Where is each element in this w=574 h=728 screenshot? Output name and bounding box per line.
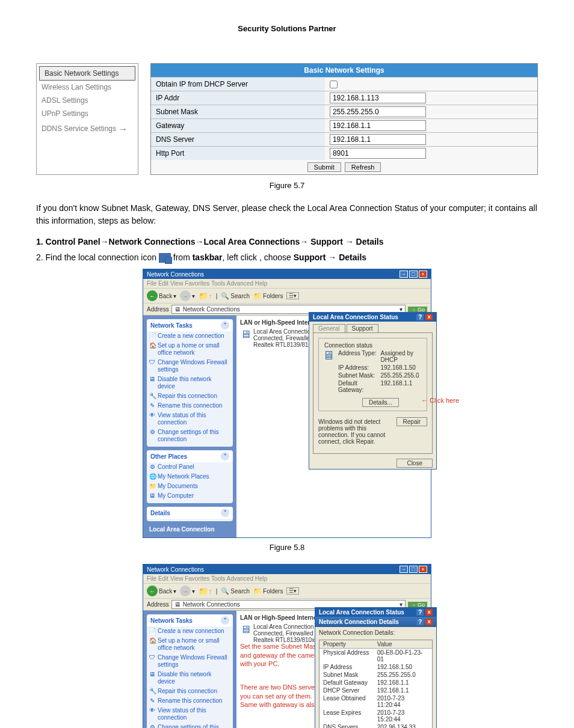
help-icon[interactable]: ? bbox=[416, 609, 424, 616]
sidebar-item[interactable]: ✎Rename this connection bbox=[147, 401, 233, 411]
dialog-tabs: General Support bbox=[309, 322, 436, 332]
minimize-icon[interactable]: − bbox=[400, 271, 408, 278]
close-icon[interactable]: × bbox=[425, 619, 433, 625]
dialog-title: Local Area Connection Status bbox=[319, 609, 404, 616]
view-icon[interactable]: ☰▾ bbox=[286, 292, 299, 299]
forward-button[interactable]: → ▾ bbox=[180, 586, 195, 596]
sidebar-item[interactable]: 👁View status of this connection bbox=[147, 706, 233, 723]
sidebar-item[interactable]: 🛡Change Windows Firewall settings bbox=[147, 653, 233, 670]
subnet-input[interactable] bbox=[330, 106, 426, 117]
sidebar-item[interactable]: ⚙Change settings of this connection bbox=[147, 723, 233, 728]
kv-label: Address Type: bbox=[338, 350, 381, 363]
sidebar-item[interactable]: 🖥Disable this network device bbox=[147, 670, 233, 687]
sidebar-item[interactable]: 🏠Set up a home or small office network bbox=[147, 341, 233, 358]
minimize-icon[interactable]: − bbox=[400, 566, 408, 573]
arrow-icon: → bbox=[345, 237, 354, 246]
search-button[interactable]: 🔍 Search bbox=[221, 292, 250, 300]
close-button[interactable]: Close bbox=[397, 459, 433, 468]
window-titlebar: Network Connections − □ × bbox=[143, 269, 431, 279]
sidenav-item-wireless[interactable]: Wireless Lan Settings bbox=[37, 81, 138, 94]
up-icon[interactable]: 📁↑ bbox=[199, 587, 212, 596]
list-val: 2010-7-23 11:20:44 bbox=[374, 694, 432, 709]
sidebar-item[interactable]: 🖥My Computer bbox=[147, 491, 233, 501]
back-icon: ← bbox=[147, 586, 158, 596]
sidebar-item[interactable]: 📁My Documents bbox=[147, 482, 233, 491]
sidenav-item-ddns[interactable]: DDNS Service Settings → bbox=[37, 120, 138, 136]
dhcp-checkbox[interactable] bbox=[330, 81, 338, 88]
view-icon[interactable]: ☰▾ bbox=[286, 587, 299, 595]
menubar[interactable]: File Edit View Favorites Tools Advanced … bbox=[143, 279, 431, 288]
go-button[interactable]: → Go bbox=[408, 602, 427, 608]
documents-icon: 📁 bbox=[149, 483, 155, 490]
back-button[interactable]: ← Back ▾ bbox=[147, 290, 176, 301]
sidebar-item[interactable]: 👁View status of this connection bbox=[147, 411, 233, 427]
up-icon[interactable]: 📁↑ bbox=[199, 292, 212, 301]
help-icon[interactable]: ? bbox=[416, 314, 424, 320]
repair-button[interactable]: Repair bbox=[397, 417, 427, 426]
sidebar-item[interactable]: 🛡Change Windows Firewall settings bbox=[147, 358, 233, 375]
forward-icon: → bbox=[180, 290, 191, 301]
details-header[interactable]: Details˅ bbox=[147, 507, 233, 519]
basic-network-table: Basic Network Settings Obtain IP from DH… bbox=[150, 63, 538, 175]
sidebar-item[interactable]: ⚙Change settings of this connection bbox=[147, 427, 233, 444]
sidebar-item[interactable]: ✎Rename this connection bbox=[147, 696, 233, 706]
close-icon[interactable]: × bbox=[419, 271, 427, 278]
search-icon: 🔍 bbox=[221, 292, 229, 300]
forward-button[interactable]: → ▾ bbox=[180, 290, 195, 301]
sidenav-item-adsl[interactable]: ADSL Settings bbox=[37, 94, 138, 107]
refresh-button[interactable]: Refresh bbox=[345, 162, 381, 172]
folders-button[interactable]: 📁 Folders bbox=[253, 292, 283, 300]
toolbar: ← Back ▾ → ▾ 📁↑ | 🔍 Search 📁 Folders ☰▾ bbox=[143, 288, 431, 304]
network-places-icon: 🌐 bbox=[149, 473, 155, 480]
warning-text: Windows did not detect problems with thi… bbox=[318, 418, 392, 445]
kv-label: IP Address: bbox=[338, 364, 381, 371]
sidenav-item-upnp[interactable]: UPnP Settings bbox=[37, 107, 138, 120]
sidebar-item[interactable]: 🏠Set up a home or small office network bbox=[147, 636, 233, 653]
submit-button[interactable]: Submit bbox=[307, 162, 341, 172]
sidebar-item[interactable]: 🔧Repair this connection bbox=[147, 687, 233, 696]
sidebar-item[interactable]: 🔧Repair this connection bbox=[147, 391, 233, 401]
maximize-icon[interactable]: □ bbox=[409, 566, 418, 573]
back-button[interactable]: ← Back ▾ bbox=[147, 586, 176, 596]
details-button[interactable]: Details... bbox=[362, 398, 399, 407]
tab-support[interactable]: Support bbox=[347, 324, 378, 332]
instruction-paragraph: If you don't know Subnet Mask, Gateway, … bbox=[36, 202, 538, 227]
list-heading: Network Connection Details: bbox=[315, 627, 436, 636]
network-tasks-header[interactable]: Network Tasks˄ bbox=[147, 319, 233, 331]
kv-value: 255.255.255.0 bbox=[381, 372, 424, 379]
list-key: Default Gateway bbox=[319, 679, 374, 687]
network-tasks-header[interactable]: Network Tasks˄ bbox=[147, 614, 233, 626]
search-button[interactable]: 🔍 Search bbox=[221, 587, 250, 595]
list-val: 192.168.1.1 bbox=[374, 679, 432, 687]
sidebar-item[interactable]: 📄Create a new connection bbox=[147, 626, 233, 636]
list-key: Subnet Mask bbox=[319, 671, 374, 679]
tab-general[interactable]: General bbox=[313, 324, 345, 332]
folders-icon: 📁 bbox=[253, 292, 262, 300]
explorer-sidebar: Network Tasks˄ 📄Create a new connection … bbox=[143, 611, 236, 728]
close-icon[interactable]: × bbox=[425, 314, 433, 320]
sidebar-item[interactable]: ⚙Control Panel bbox=[147, 462, 233, 472]
rename-icon: ✎ bbox=[149, 402, 155, 409]
settings-sidenav: Basic Network Settings Wireless Lan Sett… bbox=[36, 63, 138, 175]
other-places-header[interactable]: Other Places˄ bbox=[147, 450, 233, 462]
close-icon[interactable]: × bbox=[419, 566, 427, 573]
toolbar: ← Back ▾ → ▾ 📁↑ | 🔍 Search 📁 Folders ☰▾ bbox=[143, 583, 431, 599]
menubar[interactable]: File Edit View Favorites Tools Advanced … bbox=[143, 574, 431, 583]
folders-button[interactable]: 📁 Folders bbox=[253, 587, 283, 595]
step-1: 1. Control Panel→Network Connections→Loc… bbox=[36, 237, 538, 246]
sidebar-item[interactable]: 🌐My Network Places bbox=[147, 472, 233, 482]
explorer-main: LAN or High-Speed Internet 🖥 Local Area … bbox=[236, 611, 431, 728]
http-input[interactable] bbox=[330, 148, 426, 159]
ip-input[interactable] bbox=[330, 93, 426, 103]
dns-input[interactable] bbox=[330, 134, 426, 145]
gateway-input[interactable] bbox=[330, 120, 426, 131]
sidenav-item-basic-network[interactable]: Basic Network Settings bbox=[39, 66, 135, 81]
go-button[interactable]: → Go bbox=[408, 307, 427, 313]
help-icon[interactable]: ? bbox=[416, 619, 424, 625]
sidebar-item[interactable]: 🖥Disable this network device bbox=[147, 375, 233, 391]
sidebar-item[interactable]: 📄Create a new connection bbox=[147, 331, 233, 341]
table-title: Basic Network Settings bbox=[151, 64, 537, 77]
close-icon[interactable]: × bbox=[425, 609, 433, 616]
maximize-icon[interactable]: □ bbox=[409, 271, 418, 278]
settings-icon: ⚙ bbox=[149, 724, 155, 728]
